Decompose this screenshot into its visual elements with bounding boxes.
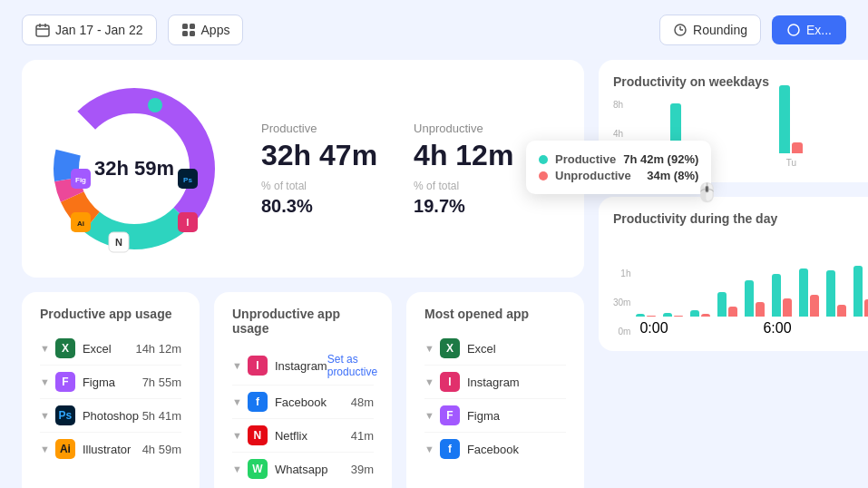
apps-label: Apps: [201, 23, 230, 37]
app-icon-excel: X: [55, 338, 75, 358]
productive-bar: [779, 85, 790, 153]
svg-rect-7: [190, 31, 195, 36]
app-name: Whatsapp: [275, 463, 351, 476]
app-name: Facebook: [467, 443, 566, 456]
y-label-4h: 4h: [613, 129, 623, 139]
app-icon-photoshop: Ps: [55, 405, 75, 425]
app-name: Netflix: [275, 429, 351, 443]
tooltip-unproductive-dot: [539, 171, 548, 181]
chevron-icon: ▼: [232, 360, 242, 371]
donut-center-value: 32h 59m: [94, 157, 174, 181]
app-icon-instagram: I: [248, 356, 268, 376]
svg-rect-5: [190, 24, 195, 29]
app-time: 39m: [351, 463, 374, 476]
svg-point-11: [788, 24, 799, 35]
set-productive-button[interactable]: Set as productive: [327, 353, 377, 378]
unproductive-bar: [810, 295, 819, 317]
unproductive-stat: Unproductive 4h 12m % of total 19.7%: [414, 122, 513, 217]
intraday-chart-card: Productivity during the day 1h 30m 0m 0:…: [599, 197, 868, 351]
list-item[interactable]: ▼IInstagram: [424, 366, 566, 399]
app-name: Instagram: [467, 376, 566, 389]
list-item[interactable]: ▼FFigma7h 55m: [40, 366, 181, 399]
top-bar: Jan 17 - Jan 22 Apps Rounding Ex...: [0, 0, 868, 60]
list-item[interactable]: ▼WWhatsapp39m: [232, 453, 374, 485]
productive-apps-title: Productive app usage: [40, 307, 181, 321]
calendar-icon: [35, 23, 50, 37]
chevron-icon: ▼: [424, 444, 434, 454]
productive-bar: [690, 310, 699, 317]
list-item[interactable]: ▼XExcel14h 12m: [40, 332, 181, 366]
app-usage-card: N I Ps Ai Fig 32h 59m: [22, 60, 584, 278]
unproductive-apps-card: Unproductive app usage ▼IInstagramSet as…: [214, 292, 392, 488]
unproductive-bar: [783, 298, 792, 317]
bar-group: [772, 274, 792, 317]
productive-stat: Productive 32h 47m % of total 80.3%: [261, 122, 377, 217]
bar-group: [826, 270, 846, 317]
bar-group: [853, 266, 868, 317]
app-name: Photoshop: [83, 409, 142, 423]
unproductive-bar: [701, 314, 710, 317]
productive-bar: [745, 280, 754, 317]
list-item[interactable]: ▼IInstagramSet as productive: [232, 346, 374, 386]
svg-point-27: [148, 98, 162, 112]
list-item[interactable]: ▼NNetflix41m: [232, 419, 374, 453]
date-range-button[interactable]: Jan 17 - Jan 22: [22, 15, 157, 45]
productive-pct-label: % of total: [261, 180, 377, 192]
app-icon-figma: F: [55, 372, 75, 392]
svg-text:Ps: Ps: [183, 176, 192, 184]
productive-apps-card: Productive app usage ▼XExcel14h 12m▼FFig…: [22, 292, 200, 488]
tooltip-unproductive-label: Unproductive: [555, 169, 639, 182]
most-opened-list: ▼XExcel▼IInstagram▼FFigma▼fFacebook: [424, 332, 566, 465]
unproductive-apps-list: ▼IInstagramSet as productive▼fFacebook48…: [232, 346, 374, 485]
bar-group: [745, 280, 765, 317]
bar-group: Tu: [738, 85, 844, 168]
svg-rect-0: [36, 25, 49, 36]
chevron-icon: ▼: [232, 396, 242, 407]
unproductive-bar: [792, 142, 803, 153]
svg-rect-4: [182, 24, 188, 29]
chevron-icon: ▼: [40, 444, 50, 454]
app-time: 41m: [351, 429, 374, 443]
unproductive-bar: [647, 316, 656, 317]
app-name: Facebook: [275, 395, 351, 409]
unproductive-bar: [756, 302, 765, 317]
app-icon-figma: F: [440, 405, 460, 425]
export-label: Ex...: [806, 23, 832, 37]
list-item[interactable]: ▼AiIllustrator4h 59m: [40, 433, 181, 465]
productive-bar: [799, 268, 808, 317]
list-item[interactable]: ▼fFacebook: [424, 433, 566, 465]
intraday-y-1h: 1h: [613, 268, 630, 278]
bar-group: We: [848, 94, 868, 168]
bar-group: [799, 268, 819, 317]
unproductive-bar: [728, 307, 737, 317]
tooltip: Productive 7h 42m (92%) Unproductive 34m…: [526, 141, 711, 194]
rounding-button[interactable]: Rounding: [659, 15, 761, 45]
list-item[interactable]: ▼FFigma: [424, 399, 566, 433]
productive-bar: [772, 274, 781, 317]
list-item[interactable]: ▼XExcel: [424, 332, 566, 366]
tooltip-productive-row: Productive 7h 42m (92%): [539, 152, 698, 166]
productive-bar: [663, 313, 672, 317]
tooltip-unproductive-val: 34m (8%): [647, 169, 698, 182]
productive-apps-list: ▼XExcel14h 12m▼FFigma7h 55m▼PsPhotoshop5…: [40, 332, 181, 465]
apps-button[interactable]: Apps: [168, 15, 244, 45]
intraday-x-axis: 0:00 6:00 12:00 18:00 24:: [636, 320, 868, 337]
bar-group: [636, 314, 656, 317]
unproductive-label: Unproductive: [414, 122, 513, 135]
unproductive-apps-title: Unproductive app usage: [232, 307, 374, 336]
list-item[interactable]: ▼PsPhotoshop5h 41m: [40, 399, 181, 433]
list-item[interactable]: ▼fFacebook48m: [232, 386, 374, 419]
donut-chart: N I Ps Ai Fig 32h 59m: [44, 78, 225, 259]
app-icon-excel: X: [440, 338, 460, 358]
export-button[interactable]: Ex...: [772, 15, 846, 44]
date-range-label: Jan 17 - Jan 22: [55, 23, 143, 37]
app-icon-netflix: N: [248, 425, 268, 445]
productive-bar: [636, 314, 645, 317]
intraday-y-axis: 1h 30m 0m: [613, 268, 630, 337]
productive-value: 32h 47m: [261, 139, 377, 172]
chevron-icon: ▼: [424, 343, 434, 354]
app-icon-facebook: f: [248, 392, 268, 412]
unproductive-bar: [864, 299, 868, 317]
rounding-icon: [673, 23, 688, 37]
chevron-icon: ▼: [232, 464, 242, 474]
